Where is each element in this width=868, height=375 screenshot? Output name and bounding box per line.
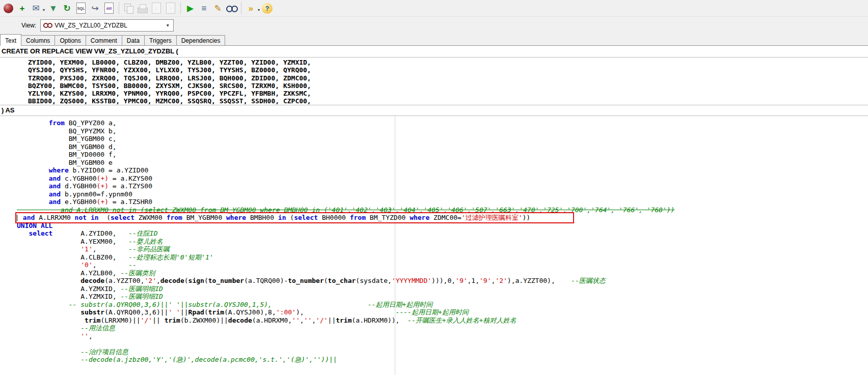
code-token: where [410,214,429,221]
code-token: (b.ZWXM00)|| [180,316,228,324]
code-token: to_number [208,277,244,284]
code-token: d.YGBH00 [61,182,96,190]
code-line: and A.LRRXM0 not in (select ZWXM00 from … [17,206,868,214]
dropdown-caret-icon[interactable]: ▾ [258,8,260,12]
code-token: (A.QYSJ00),8, [224,308,276,316]
code-line: BM_YD0000 f, [17,151,868,159]
dropdown-caret-icon[interactable]: ▾ [43,8,45,12]
code-token: ( [204,277,208,284]
code-token: = a.TZSHR0 [108,198,152,206]
code-token: -- [128,261,137,269]
toolbar-separator [180,2,181,14]
add-icon[interactable]: + [16,2,29,15]
code-token: BM_YD0000 f, [17,151,117,158]
code-token: --非药品医嘱 [128,245,170,253]
tab-data[interactable]: Data [122,35,145,45]
column-list-line: BBID00, ZQS000, KSSTB0, YPMC00, MZMC00, … [28,97,868,105]
code-token: --处理标志长期'0'短期'1' [128,253,213,261]
code-token: )) [523,214,531,221]
spool-icon[interactable]: ✎ [211,2,224,15]
columns-list[interactable]: ZYID00, YEXM00, LB0000, CLBZ00, DMBZ00, … [0,57,868,105]
code-token [17,229,29,237]
code-token: -- substr(a.QYRQ00,3,6)||' '||substr(a.Q… [17,301,432,308]
code-token: A.YZMXID, [17,293,121,300]
sql-editor[interactable]: from BQ_YPYZ00 a, BQ_YPYZMX b, BM_YGBM00… [0,116,868,375]
code-token: ZWXM00 [134,214,167,221]
code-token: sign [188,277,204,284]
sql-code: from BQ_YPYZ00 a, BQ_YPYZMX b, BM_YGBM00… [0,116,868,364]
code-token: (+) [97,198,108,206]
script-icon-glyph: ≡ [202,4,207,13]
code-token: --医嘱类别 [121,269,155,277]
code-token: e.YGBH00 [61,198,96,206]
code-token: trim [208,308,224,316]
code-token: --用法信息 [80,324,115,332]
code-token: and [49,182,61,190]
code-token: '9' [455,277,467,284]
code-token: ( [99,214,111,221]
code-token: where [226,214,246,221]
export-icon: ↓ [152,3,161,14]
copy-icon [122,2,135,15]
code-token: (+) [97,175,108,182]
code-token: ),a.YZZT00), [507,277,571,284]
send-to-editor-icon[interactable]: ↪ [89,2,101,15]
script-icon[interactable]: ≡ [198,2,210,15]
view-definition-header: CREATE OR REPLACE VIEW VW_ZS_YZLL00_ZYDZ… [0,46,868,57]
code-token: --开嘱医生+录入人姓名+核对人姓名 [408,316,516,324]
view-object-icon [43,22,52,28]
tab-triggers[interactable]: Triggers [144,35,177,45]
code-token: A.YZLB00, [17,269,121,277]
more-commands-icon[interactable]: » [245,2,257,15]
code-line: A.YZMXID, --医嘱明细ID [17,285,868,293]
code-token: BM_YGBM00 c, [17,135,117,142]
code-token: '2' [144,277,156,284]
code-line: and d.YGBH00(+) = a.TZYS00 [17,182,868,190]
code-line: BM_YGBM00 e [17,159,868,167]
code-token: and [49,190,61,198]
code-token: BM_TYZD00 [366,214,410,221]
tab-options[interactable]: Options [55,35,86,45]
tab-columns[interactable]: Columns [21,35,55,45]
view-selector[interactable]: VW_ZS_YZLL00_ZYDZBL ▾ [40,19,174,32]
code-token: substr [80,308,104,316]
code-token: select [294,214,318,221]
code-token: A.CLBZ00, [17,253,128,261]
view-sql-icon[interactable]: SQL [76,3,86,14]
combo-dropdown-button[interactable]: ▾ [162,20,173,31]
code-token: BQ_YPYZMX b, [17,127,117,135]
connection-icon[interactable] [2,2,15,15]
refresh-icon[interactable]: ↻ [61,2,73,15]
code-token: --decode(a.jzbz00,'Y','(急)',decode(a.pcm… [80,356,337,363]
code-token: BQ_YPYZ00 a, [65,119,117,127]
code-token: || [152,316,164,324]
help-icon[interactable]: ? [262,3,273,14]
filter-funnel-icon[interactable]: ▼ [47,2,60,15]
code-line [17,340,868,348]
code-token: (A.QYRQ00,3,6)|| [104,308,168,316]
view-ddl-icon[interactable]: ddl [104,3,114,14]
code-token: , [312,316,316,324]
tab-comment[interactable]: Comment [86,35,122,45]
code-token: ' ' [168,308,180,316]
toolbar-separator [241,2,241,14]
print-icon [136,2,149,15]
tab-text[interactable]: Text [0,34,21,46]
code-token: || [180,308,188,316]
tab-dependencies[interactable]: Dependencies [176,35,226,45]
find-icon[interactable] [225,2,238,15]
code-token: '' [292,316,300,324]
code-token: (+) [97,182,108,190]
code-token: BH0000 [318,214,350,221]
code-token: (a.HDRXM0)), [352,316,408,324]
code-line: UNION ALL [17,222,868,230]
code-line: --治疗项目信息 [17,348,868,356]
execute-icon[interactable]: ▶ [184,2,197,15]
view-selector-value: VW_ZS_YZLL00_ZYDZBL [55,22,127,29]
code-token: not in [75,214,99,221]
code-line: where b.YZID00 = a.YZID00 [17,166,868,175]
code-token [17,348,80,356]
open-mail-icon[interactable]: ✉ [30,2,42,15]
code-token: (sysdate, [356,277,391,284]
code-token: , [93,245,128,253]
